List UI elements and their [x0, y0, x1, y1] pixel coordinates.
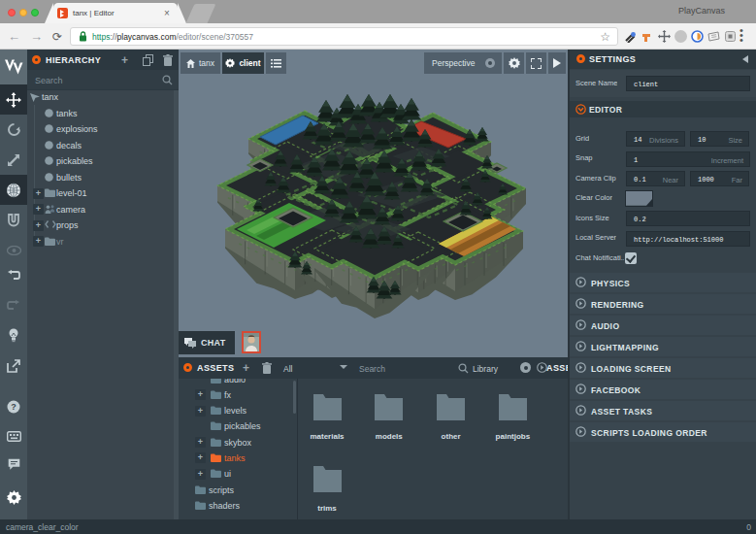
settings-section-audio[interactable]: AUDIO	[570, 316, 756, 335]
fullscreen-button[interactable]	[526, 52, 546, 74]
expand-icon[interactable]: +	[33, 220, 44, 231]
move-cross-extension-icon[interactable]	[658, 30, 671, 43]
tab-close-icon[interactable]: ×	[164, 8, 170, 18]
assets-tree-item-fx[interactable]: +fx	[179, 387, 297, 403]
user-avatar[interactable]	[242, 331, 261, 353]
asset-folder-trims[interactable]: trims	[296, 464, 358, 513]
settings-section-scripts-loading-order[interactable]: SCRIPTS LOADING ORDER	[570, 422, 756, 442]
new-tab-button[interactable]	[186, 4, 216, 23]
scene-list-button[interactable]	[266, 52, 286, 74]
editor-section-header[interactable]: EDITOR	[570, 101, 756, 117]
setting-input[interactable]: 0.1Near	[626, 171, 685, 186]
viewport-3d[interactable]: tanx client Perspective	[179, 50, 568, 357]
browser-tab[interactable]: tanx | Editor ×	[53, 3, 178, 23]
duplicate-entity-icon[interactable]	[143, 54, 153, 66]
launch-button[interactable]	[0, 350, 27, 381]
redo-button[interactable]	[0, 290, 27, 320]
detail-view-icon[interactable]	[520, 362, 531, 373]
settings-section-physics[interactable]: PHYSICS	[570, 273, 756, 292]
hierarchy-item-explosions[interactable]: explosions	[27, 121, 179, 138]
assets-tree-item-skybox[interactable]: +skybox	[179, 435, 297, 451]
asset-folder-other[interactable]: other	[420, 392, 482, 441]
hierarchy-item-camera[interactable]: +camera	[27, 202, 179, 218]
hierarchy-search[interactable]: Search	[27, 70, 179, 90]
asset-folder-paintjobs[interactable]: paintjobs	[481, 392, 543, 441]
assets-tree-item-scripts[interactable]: scripts	[179, 483, 297, 498]
expand-icon[interactable]: +	[195, 389, 206, 400]
hierarchy-item-props[interactable]: +props	[27, 217, 179, 234]
setting-input[interactable]: 0.2	[626, 211, 750, 226]
assets-tree-item-shaders[interactable]: shaders	[179, 498, 297, 514]
chat-bar[interactable]: CHAT	[179, 331, 235, 354]
settings-section-lightmapping[interactable]: LIGHTMAPPING	[570, 337, 756, 356]
expand-icon[interactable]: +	[195, 437, 206, 448]
assets-tree-item-levels[interactable]: +levels	[179, 403, 297, 418]
orange-tool-extension-icon[interactable]	[641, 30, 653, 43]
maximize-window-button[interactable]	[31, 9, 39, 17]
setting-input[interactable]: 14Divisions	[626, 131, 685, 147]
minimize-window-button[interactable]	[19, 9, 27, 17]
reload-icon[interactable]: ⟳	[52, 30, 62, 44]
controls-button[interactable]	[0, 421, 27, 451]
expand-icon[interactable]: +	[195, 406, 206, 417]
hierarchy-item-tanks[interactable]: tanks	[27, 106, 179, 122]
scene-settings-button[interactable]: client	[222, 52, 264, 74]
assets-tree-item-pickables[interactable]: pickables	[179, 418, 297, 434]
asset-folder-materials[interactable]: materials	[296, 392, 358, 441]
assets-tree-item-ui[interactable]: +ui	[179, 466, 297, 482]
editor-settings-button[interactable]	[0, 483, 27, 513]
url-bar[interactable]: https://playcanvas.com/editor/scene/3705…	[70, 27, 618, 46]
add-asset-icon[interactable]: +	[243, 361, 249, 375]
expand-icon[interactable]: +	[195, 452, 206, 463]
clear-color-swatch[interactable]	[625, 190, 653, 207]
lighting-button[interactable]	[0, 320, 27, 350]
grey-circle-extension-icon[interactable]	[674, 30, 687, 43]
scale-tool[interactable]	[0, 145, 27, 175]
assets-tree-item-audio[interactable]: audio	[179, 379, 297, 387]
assets-tree-item-tanks[interactable]: +tanks	[179, 451, 297, 466]
project-button[interactable]: tanx	[181, 52, 220, 74]
notes-extension-icon[interactable]	[707, 30, 720, 43]
expand-icon[interactable]: +	[33, 204, 44, 215]
camera-mode-dropdown[interactable]: Perspective	[424, 52, 502, 74]
rotate-tool[interactable]	[0, 115, 27, 145]
hierarchy-item-pickables[interactable]: pickables	[27, 153, 179, 170]
world-toggle-button[interactable]	[0, 175, 27, 205]
move-tool[interactable]	[0, 84, 27, 115]
expand-icon[interactable]: +	[33, 188, 44, 199]
feedback-button[interactable]	[0, 450, 27, 480]
launch-button[interactable]	[548, 52, 566, 74]
setting-input[interactable]: 1Increment	[626, 151, 750, 167]
close-window-button[interactable]	[8, 9, 16, 17]
settings-section-asset-tasks[interactable]: ASSET TASKS	[570, 401, 756, 420]
back-icon[interactable]: ←	[8, 29, 20, 44]
add-entity-icon[interactable]: +	[121, 53, 128, 67]
blue-circle-extension-icon[interactable]	[691, 30, 704, 43]
bookmark-star-icon[interactable]: ☆	[600, 30, 610, 44]
setting-input[interactable]: 1000Far	[690, 171, 749, 186]
viewport-settings-button[interactable]	[504, 52, 524, 74]
collapse-settings-icon[interactable]	[742, 55, 748, 63]
delete-entity-icon[interactable]	[163, 54, 173, 66]
hierarchy-item-vr[interactable]: +vr	[27, 234, 179, 250]
undo-button[interactable]	[0, 260, 27, 290]
chat-notification-checkbox[interactable]	[625, 252, 637, 264]
settings-section-facebook[interactable]: FACEBOOK	[570, 380, 756, 399]
hierarchy-item-level-01[interactable]: +level-01	[27, 185, 179, 202]
hierarchy-item-bullets[interactable]: bullets	[27, 170, 179, 186]
browser-profile-name[interactable]: PlayCanvas	[678, 6, 725, 16]
delete-asset-icon[interactable]	[262, 362, 272, 374]
forward-icon[interactable]: →	[30, 29, 43, 44]
snap-tool[interactable]	[0, 205, 27, 235]
library-label[interactable]: Library	[473, 364, 498, 374]
setting-input[interactable]: http://localhost:51000	[626, 231, 750, 247]
frame-extension-icon[interactable]	[724, 30, 737, 43]
hierarchy-item-decals[interactable]: decals	[27, 138, 179, 154]
scene-name-input[interactable]: client	[626, 76, 750, 91]
eyedropper-extension-icon[interactable]	[624, 30, 637, 43]
settings-section-loading-screen[interactable]: LOADING SCREEN	[570, 358, 756, 378]
asset-store-label[interactable]: ASSET	[546, 363, 568, 373]
help-button[interactable]: ?	[0, 391, 27, 421]
hierarchy-item-tanx[interactable]: tanx	[27, 89, 179, 106]
browser-menu-icon[interactable]: •••	[740, 28, 743, 43]
